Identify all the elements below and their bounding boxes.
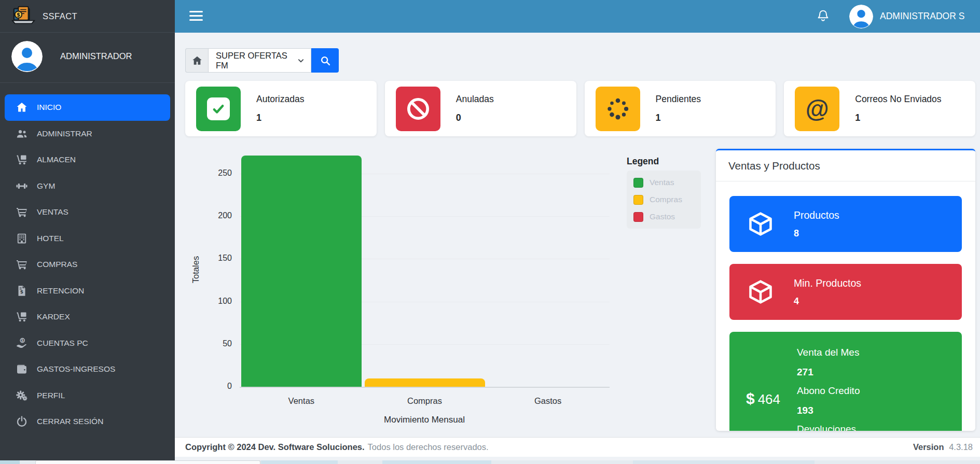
sales-row-value: 193 xyxy=(797,405,860,416)
stat-label: Autorizadas xyxy=(256,94,304,105)
legend-swatch xyxy=(633,195,643,205)
topbar-user-menu[interactable]: ADMINISTRADOR S xyxy=(849,0,964,33)
sidebar-menu: INICIOADMINISTRARALMACENGYMVENTASHOTELCO… xyxy=(0,83,175,435)
sidebar-item-hotel[interactable]: HOTEL xyxy=(0,226,175,252)
sales-row-label: Abono Credito xyxy=(797,385,860,397)
panel-body: Productos8Min. Productos4$464Venta del M… xyxy=(716,196,975,431)
store-select[interactable]: SUPER OFERTAS FM xyxy=(208,48,311,73)
sidebar-item-label: PERFIL xyxy=(37,391,65,400)
sidebar-user-panel[interactable]: ADMINISTRADOR xyxy=(0,33,175,83)
sidebar-item-administrar[interactable]: ADMINISTRAR xyxy=(0,121,175,147)
chart-x-tick: Ventas xyxy=(257,396,346,406)
stat-value: 1 xyxy=(256,113,304,123)
sidebar-header: $ SSFACT xyxy=(0,0,175,33)
sidebar-item-kardex[interactable]: KARDEX xyxy=(0,304,175,330)
sidebar-item-label: COMPRAS xyxy=(37,260,77,269)
chart-y-tick: 50 xyxy=(201,339,232,348)
topbar-user-name: ADMINISTRADOR S xyxy=(880,11,964,22)
currency-icon: $ xyxy=(746,390,755,407)
stat-label: Anuladas xyxy=(456,94,494,105)
chart-y-tick: 100 xyxy=(201,297,232,306)
stat-icon-box xyxy=(596,87,640,131)
user-avatar xyxy=(11,41,43,72)
notifications-bell-icon[interactable] xyxy=(816,9,830,23)
chevron-down-icon xyxy=(296,56,306,65)
panel-card-label: Productos xyxy=(794,209,839,221)
sidebar-item-compras[interactable]: COMPRAS xyxy=(0,251,175,278)
footer-version: Version 4.3.18 xyxy=(913,442,973,452)
sidebar-item-retencion[interactable]: $RETENCION xyxy=(0,278,175,304)
sidebar-toggle-button[interactable] xyxy=(189,11,203,23)
panel-card-value: 8 xyxy=(794,228,839,239)
dashboard-root: $ SSFACT ADMINISTRADOR INICIOADMINISTRAR… xyxy=(0,0,980,464)
chart-y-tick: 150 xyxy=(201,254,232,263)
sidebar-item-gym[interactable]: GYM xyxy=(0,173,175,200)
legend-swatch xyxy=(633,212,643,222)
chart-y-tick: 250 xyxy=(201,168,232,178)
topbar: ADMINISTRADOR S xyxy=(175,0,980,33)
legend-swatch xyxy=(633,178,643,188)
sidebar-item-cerrar-sesi-n[interactable]: CERRAR SESIÓN xyxy=(0,409,175,435)
chart-x-axis-label: Movimiento Mensual xyxy=(347,415,502,425)
main-content: SUPER OFERTAS FM Autorizadas1Anuladas0Pe… xyxy=(175,33,980,464)
chart-bar-compras xyxy=(365,378,485,387)
legend-label: Compras xyxy=(650,195,682,204)
store-picker-group: SUPER OFERTAS FM xyxy=(185,48,339,73)
users-icon xyxy=(16,128,28,140)
brand-name: SSFACT xyxy=(43,11,77,21)
cube-icon xyxy=(747,210,774,237)
sidebar-item-label: KARDEX xyxy=(37,312,70,321)
home-icon xyxy=(185,48,208,73)
hotel-icon xyxy=(16,232,28,245)
stat-label: Pendientes xyxy=(656,94,701,105)
svg-text:$: $ xyxy=(20,289,23,294)
legend-label: Ventas xyxy=(650,178,674,187)
search-button[interactable] xyxy=(311,48,339,73)
stat-icon-box: @ xyxy=(795,87,839,131)
cart-icon xyxy=(16,258,28,271)
power-icon xyxy=(16,415,28,428)
sidebar-item-gastos-ingresos[interactable]: GASTOS-INGRESOS xyxy=(0,356,175,383)
sidebar-item-almacen[interactable]: ALMACEN xyxy=(0,147,175,173)
sidebar-item-label: ALMACEN xyxy=(37,155,76,164)
taskbar-strip xyxy=(0,460,980,464)
sales-row-value: 271 xyxy=(797,367,860,378)
panel-title: Ventas y Productos xyxy=(716,150,975,181)
stats-row: Autorizadas1Anuladas0Pendientes1@Correos… xyxy=(185,81,975,136)
chart-y-tick: 0 xyxy=(201,382,232,391)
invoice-icon: $ xyxy=(16,285,28,297)
topbar-avatar xyxy=(849,5,873,29)
legend-item-ventas: Ventas xyxy=(633,175,694,190)
sales-rows: Venta del Mes271Abono Credito193Devoluci… xyxy=(797,332,860,431)
footer-rights: Todos los derechos reservados. xyxy=(368,442,489,452)
stat-value: 1 xyxy=(656,113,701,123)
wallet-icon xyxy=(16,363,28,375)
sales-products-panel: Ventas y Productos Productos8Min. Produc… xyxy=(716,149,975,431)
at-icon: @ xyxy=(806,95,829,123)
chart-x-tick: Compras xyxy=(381,396,469,406)
footer-copyright: Copyright © 2024 Dev. Software Solucione… xyxy=(185,442,365,452)
app-logo-icon: $ xyxy=(11,4,35,28)
panel-card-venta-del-mes: $464Venta del Mes271Abono Credito193Devo… xyxy=(729,332,962,431)
sidebar-item-inicio[interactable]: INICIO xyxy=(5,94,170,121)
sidebar-item-label: CUENTAS PC xyxy=(37,339,88,348)
sidebar-item-ventas[interactable]: VENTAS xyxy=(0,199,175,226)
chart-grid-line xyxy=(240,259,610,259)
panel-card-label: Min. Productos xyxy=(794,277,861,289)
panel-card-min-productos: Min. Productos4 xyxy=(729,264,962,320)
cube-icon xyxy=(747,278,774,305)
stat-card-autorizadas: Autorizadas1 xyxy=(185,81,377,136)
svg-text:$: $ xyxy=(17,12,20,18)
svg-text:$: $ xyxy=(21,338,24,343)
sidebar-item-label: GYM xyxy=(37,181,55,191)
check-icon xyxy=(211,101,226,117)
chart-x-tick: Gastos xyxy=(504,396,592,406)
sidebar-item-cuentas-pc[interactable]: $CUENTAS PC xyxy=(0,330,175,357)
chart-y-tick: 200 xyxy=(201,211,232,220)
stat-value: 0 xyxy=(456,113,494,123)
stat-card-pendientes: Pendientes1 xyxy=(585,81,776,136)
sales-amount: $464 xyxy=(729,390,797,431)
legend-title: Legend xyxy=(627,156,659,167)
spinner-icon xyxy=(604,95,631,122)
sidebar-item-perfil[interactable]: PERFIL xyxy=(0,383,175,409)
